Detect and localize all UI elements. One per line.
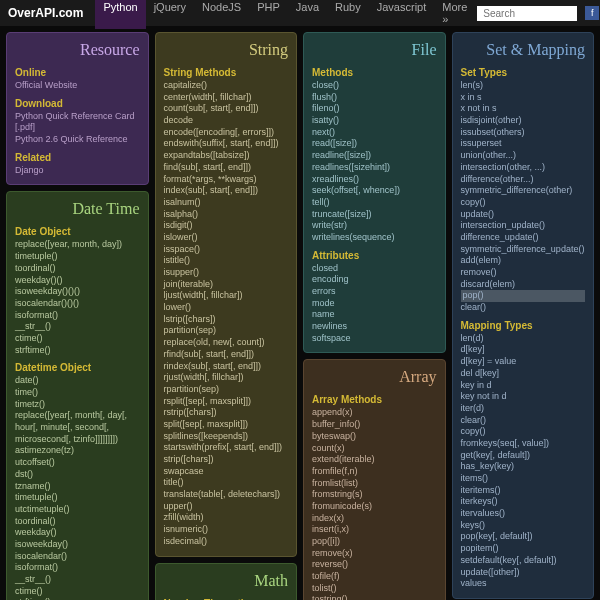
api-link[interactable]: issuperset <box>461 138 586 150</box>
api-link[interactable]: index(sub[, start[, end]]) <box>164 185 289 197</box>
api-link[interactable]: isdisjoint(other) <box>461 115 586 127</box>
api-link[interactable]: timetz() <box>15 399 140 411</box>
api-link[interactable]: clear() <box>461 415 586 427</box>
api-link[interactable]: len(d) <box>461 333 586 345</box>
api-link[interactable]: time() <box>15 387 140 399</box>
api-link[interactable]: pop(key[, default]) <box>461 531 586 543</box>
nav-item-php[interactable]: PHP <box>249 0 288 29</box>
api-link[interactable]: fromkeys(seq[, value]) <box>461 438 586 450</box>
api-link[interactable]: difference_update() <box>461 232 586 244</box>
api-link[interactable]: get(key[, default]) <box>461 450 586 462</box>
api-link[interactable]: utcoffset() <box>15 457 140 469</box>
api-link[interactable]: flush() <box>312 92 437 104</box>
api-link[interactable]: key in d <box>461 380 586 392</box>
api-link[interactable]: rjust(width[, fillchar]) <box>164 372 289 384</box>
api-link[interactable]: extend(iterable) <box>312 454 437 466</box>
api-link[interactable]: index(x) <box>312 513 437 525</box>
api-link[interactable]: ctime() <box>15 586 140 598</box>
api-link[interactable]: encode([encoding[, errors]]) <box>164 127 289 139</box>
api-link[interactable]: isoformat() <box>15 562 140 574</box>
api-link[interactable]: find(sub[, start[, end]]) <box>164 162 289 174</box>
search-input[interactable] <box>477 6 577 21</box>
api-link[interactable]: name <box>312 309 437 321</box>
api-link[interactable]: truncate([size]) <box>312 209 437 221</box>
api-link[interactable]: seek(offset[, whence]) <box>312 185 437 197</box>
api-link[interactable]: items() <box>461 473 586 485</box>
api-link[interactable]: weekday()() <box>15 275 140 287</box>
api-link[interactable]: xreadlines() <box>312 174 437 186</box>
nav-item-ruby[interactable]: Ruby <box>327 0 369 29</box>
api-link[interactable]: iteritems() <box>461 485 586 497</box>
api-link[interactable]: encoding <box>312 274 437 286</box>
api-link[interactable]: toordinal() <box>15 263 140 275</box>
api-link[interactable]: count(x) <box>312 443 437 455</box>
api-link[interactable]: Python 2.6 Quick Reference <box>15 134 140 146</box>
api-link[interactable]: close() <box>312 80 437 92</box>
api-link[interactable]: center(width[, fillchar]) <box>164 92 289 104</box>
api-link[interactable]: replace(old, new[, count]) <box>164 337 289 349</box>
api-link[interactable]: isdigit() <box>164 220 289 232</box>
api-link[interactable]: __str__() <box>15 321 140 333</box>
api-link[interactable]: symmetric_difference(other) <box>461 185 586 197</box>
api-link[interactable]: union(other...) <box>461 150 586 162</box>
api-link[interactable]: has_key(key) <box>461 461 586 473</box>
api-link[interactable]: dst() <box>15 469 140 481</box>
api-link[interactable]: Python Quick Reference Card [.pdf] <box>15 111 140 134</box>
api-link[interactable]: setdefault(key[, default]) <box>461 555 586 567</box>
api-link[interactable]: strip([chars]) <box>164 454 289 466</box>
api-link[interactable]: discard(elem) <box>461 279 586 291</box>
api-link[interactable]: capitalize() <box>164 80 289 92</box>
api-link[interactable]: tolist() <box>312 583 437 595</box>
api-link[interactable]: Django <box>15 165 140 177</box>
api-link[interactable]: tostring() <box>312 594 437 600</box>
api-link[interactable]: x not in s <box>461 103 586 115</box>
api-link[interactable]: zfill(width) <box>164 512 289 524</box>
api-link[interactable]: reverse() <box>312 559 437 571</box>
api-link[interactable]: ctime() <box>15 333 140 345</box>
api-link[interactable]: weekday() <box>15 527 140 539</box>
api-link[interactable]: tzname() <box>15 481 140 493</box>
api-link[interactable]: isupper() <box>164 267 289 279</box>
api-link[interactable]: partition(sep) <box>164 325 289 337</box>
api-link[interactable]: count(sub[, start[, end]]) <box>164 103 289 115</box>
api-link[interactable]: del d[key] <box>461 368 586 380</box>
api-link[interactable]: next() <box>312 127 437 139</box>
api-link[interactable]: difference(other...) <box>461 174 586 186</box>
api-link[interactable]: replace([year, month, day]) <box>15 239 140 251</box>
api-link[interactable]: itervalues() <box>461 508 586 520</box>
nav-item-java[interactable]: Java <box>288 0 327 29</box>
api-link[interactable]: decode <box>164 115 289 127</box>
api-link[interactable]: remove(x) <box>312 548 437 560</box>
api-link[interactable]: isatty() <box>312 115 437 127</box>
api-link[interactable]: tell() <box>312 197 437 209</box>
api-link[interactable]: key not in d <box>461 391 586 403</box>
api-link[interactable]: tofile(f) <box>312 571 437 583</box>
api-link[interactable]: iterkeys() <box>461 496 586 508</box>
api-link[interactable]: intersection(other, ...) <box>461 162 586 174</box>
nav-item-jquery[interactable]: jQuery <box>146 0 194 29</box>
api-link[interactable]: isocalendar()()() <box>15 298 140 310</box>
api-link[interactable]: utctimetuple() <box>15 504 140 516</box>
facebook-icon[interactable]: f <box>585 6 599 20</box>
api-link[interactable]: closed <box>312 263 437 275</box>
api-link[interactable]: Official Website <box>15 80 140 92</box>
api-link[interactable]: expandtabs([tabsize]) <box>164 150 289 162</box>
api-link[interactable]: swapcase <box>164 466 289 478</box>
api-link[interactable]: istitle() <box>164 255 289 267</box>
api-link[interactable]: title() <box>164 477 289 489</box>
api-link[interactable]: lstrip([chars]) <box>164 314 289 326</box>
api-link[interactable]: writelines(sequence) <box>312 232 437 244</box>
api-link[interactable]: values <box>461 578 586 590</box>
nav-item-more[interactable]: More » <box>434 0 475 29</box>
api-link[interactable]: remove() <box>461 267 586 279</box>
api-link[interactable]: clear() <box>461 302 586 314</box>
api-link[interactable]: d[key] = value <box>461 356 586 368</box>
api-link[interactable]: strftime() <box>15 345 140 357</box>
api-link[interactable]: append(x) <box>312 407 437 419</box>
api-link[interactable]: rpartition(sep) <box>164 384 289 396</box>
api-link[interactable]: fromfile(f,n) <box>312 466 437 478</box>
api-link[interactable]: readline([size]) <box>312 150 437 162</box>
api-link[interactable]: startswith(prefix[, start[, end]]) <box>164 442 289 454</box>
api-link[interactable]: isalpha() <box>164 209 289 221</box>
api-link[interactable]: d[key] <box>461 344 586 356</box>
